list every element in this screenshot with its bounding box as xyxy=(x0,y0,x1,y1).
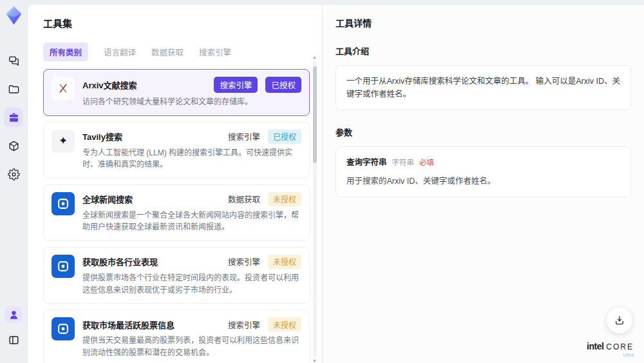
param-required-badge: 必填 xyxy=(419,157,434,168)
scroll-up-arrow[interactable]: ▲ xyxy=(312,55,317,59)
tool-description: 专为人工智能代理 (LLM) 构建的搜索引擎工具。可快速提供实时、准确和真实的结… xyxy=(82,147,301,171)
tool-card[interactable]: ✦ 获取市场最活跃股票信息 xyxy=(43,309,310,363)
detail-title: 工具详情 xyxy=(336,16,631,29)
auth-status-badge: 已授权 xyxy=(265,77,301,93)
tool-name: Arxiv文献搜索 xyxy=(82,79,137,91)
main-panel: 工具集 所有类别 语言翻译 数据获取 搜索引擎 xyxy=(27,4,644,363)
tool-name: Tavily搜索 xyxy=(82,130,122,142)
param-name: 查询字符串 xyxy=(346,156,387,169)
tool-list-pane: 工具集 所有类别 语言翻译 数据获取 搜索引擎 xyxy=(28,5,323,363)
category-badge: 搜索引擎 xyxy=(228,130,260,142)
page-title: 工具集 xyxy=(43,16,322,30)
sidebar-item-tools[interactable] xyxy=(4,108,23,127)
param-type: 字符串 xyxy=(392,157,415,168)
category-tab[interactable]: 数据获取 xyxy=(151,43,184,61)
news-search-icon xyxy=(56,259,70,273)
tool-card[interactable]: ✦ Arxiv文献搜索 xyxy=(43,69,310,116)
tool-icon: ✦ xyxy=(52,192,75,215)
chat-icon xyxy=(8,55,20,67)
intel-core-logo: intel CORE Ultra xyxy=(587,341,634,358)
tool-detail-pane: 工具详情 工具介绍 一个用于从Arxiv存储库搜索科学论文和文章的工具。 输入可… xyxy=(323,5,644,363)
panel-toggle-icon xyxy=(8,334,20,346)
collapse-sidebar-button[interactable] xyxy=(4,330,23,349)
tool-icon: ✦ xyxy=(52,317,75,340)
tab-label: 语言翻译 xyxy=(104,48,136,57)
tool-name: 全球新闻搜索 xyxy=(82,193,133,205)
tool-description: 提供当天交易量最高的股票列表，投资者可以利用这些信息来识别流动性强的股票和潜在的… xyxy=(82,335,301,358)
sidebar-item-settings[interactable] xyxy=(4,164,23,184)
tool-icon: ✦ xyxy=(52,77,75,100)
tavily-sparkle-icon: ✦ xyxy=(59,135,68,146)
tool-name: 获取股市各行业表现 xyxy=(82,255,158,268)
category-tab[interactable]: 语言翻译 xyxy=(104,43,136,61)
tool-description: 全球新闻搜索是一个聚合全球各大新闻网站内容的搜索引擎，帮助用户快速获取全球最新资… xyxy=(82,210,301,233)
cube-icon xyxy=(8,140,20,152)
category-badge: 搜索引擎 xyxy=(228,319,260,331)
auth-status-badge: 未授权 xyxy=(268,317,301,331)
tool-icon: ✦ xyxy=(52,255,75,278)
param-description: 用于搜索的Arxiv ID、关键字或作者姓名。 xyxy=(346,175,620,188)
download-icon xyxy=(614,315,625,326)
param-box: 查询字符串 字符串 必填 用于搜索的Arxiv ID、关键字或作者姓名。 xyxy=(336,146,631,197)
tool-icon: ✦ xyxy=(52,130,75,153)
gear-icon xyxy=(8,168,20,181)
tab-label: 数据获取 xyxy=(151,48,184,57)
scroll-down-arrow[interactable]: ▼ xyxy=(312,358,317,363)
tool-description: 提供股票市场各个行业在特定时间段内的表现。投资者可以利用这些信息来识别表现优于或… xyxy=(82,272,301,296)
auth-status-badge: 未授权 xyxy=(268,192,301,206)
sidebar-item-chat[interactable] xyxy=(4,51,23,70)
briefcase-icon xyxy=(8,112,20,124)
sidebar-rail xyxy=(0,0,27,363)
category-tab[interactable]: 所有类别 xyxy=(43,43,88,61)
arxiv-icon xyxy=(57,82,70,95)
user-profile-button[interactable] xyxy=(5,306,23,323)
auth-status-badge: 已授权 xyxy=(268,130,301,144)
brand-core: CORE xyxy=(606,342,634,351)
category-badge: 搜索引擎 xyxy=(214,77,258,93)
sidebar-item-models[interactable] xyxy=(4,136,23,155)
tool-description: 访问各个研究领域大量科学论文和文章的存储库。 xyxy=(82,96,301,108)
category-badge: 数据获取 xyxy=(228,193,260,205)
news-search-icon xyxy=(56,197,70,211)
folder-icon xyxy=(8,83,20,95)
app-logo xyxy=(5,5,23,26)
tool-name: 获取市场最活跃股票信息 xyxy=(82,319,175,331)
tool-card[interactable]: ✦ Tavily搜索 xyxy=(43,122,310,179)
download-button[interactable] xyxy=(607,308,632,333)
news-search-icon xyxy=(56,322,70,336)
list-scrollbar[interactable]: ▲ ▼ xyxy=(313,55,317,363)
brand-sub: Ultra xyxy=(587,352,634,358)
intro-heading: 工具介绍 xyxy=(336,44,631,57)
category-tabs: 所有类别 语言翻译 数据获取 搜索引擎 xyxy=(43,43,322,61)
tool-list: ✦ Arxiv文献搜索 xyxy=(43,69,310,363)
intro-box: 一个用于从Arxiv存储库搜索科学论文和文章的工具。 输入可以是Arxiv ID… xyxy=(336,65,631,110)
user-icon xyxy=(8,309,20,321)
tool-card[interactable]: ✦ 获取股市各行业表现 xyxy=(43,247,310,304)
params-heading: 参数 xyxy=(336,126,631,138)
tool-card[interactable]: ✦ 全球新闻搜索 xyxy=(43,184,310,241)
category-badge: 搜索引擎 xyxy=(228,255,260,268)
tab-label: 搜索引擎 xyxy=(199,48,231,57)
scrollbar-thumb[interactable] xyxy=(313,66,317,163)
brand-intel: intel xyxy=(587,341,603,351)
sidebar-item-files[interactable] xyxy=(4,79,23,99)
auth-status-badge: 未授权 xyxy=(268,255,301,269)
category-tab[interactable]: 搜索引擎 xyxy=(199,43,231,61)
tab-label: 所有类别 xyxy=(50,48,82,57)
